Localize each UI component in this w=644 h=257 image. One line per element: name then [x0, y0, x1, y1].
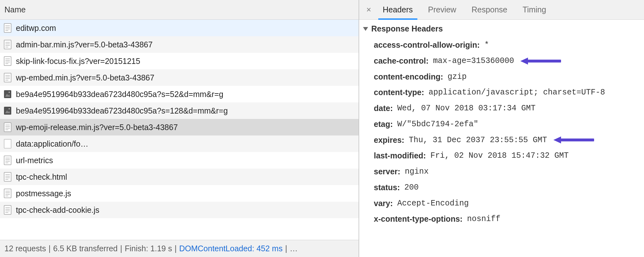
request-name: postmessage.js — [16, 189, 71, 198]
table-row[interactable]: admin-bar.min.js?ver=5.0-beta3-43867 — [0, 36, 359, 53]
blank-file-icon — [4, 139, 11, 149]
header-key: server — [374, 166, 398, 177]
response-header-row: vary:Accept-Encoding — [363, 196, 644, 212]
request-name: wp-embed.min.js?ver=5.0-beta3-43867 — [16, 73, 154, 82]
header-value: Wed, 07 Nov 2018 03:17:34 GMT — [397, 103, 536, 114]
header-value: 200 — [404, 182, 419, 193]
section-response-headers[interactable]: Response Headers — [363, 24, 644, 33]
response-header-row: x-content-type-options:nosniff — [363, 211, 644, 227]
response-header-row: last-modified:Fri, 02 Nov 2018 15:47:32 … — [363, 148, 644, 164]
svg-rect-28 — [4, 123, 11, 132]
status-sep: | — [175, 244, 177, 253]
table-row[interactable]: wp-embed.min.js?ver=5.0-beta3-43867 — [0, 69, 359, 86]
header-colon: : — [441, 72, 443, 82]
status-finish: Finish: 1.19 s — [125, 244, 172, 253]
header-value: application/javascript; charset=UTF-8 — [428, 87, 605, 98]
header-key: vary — [374, 198, 390, 209]
request-name: wp-emoji-release.min.js?ver=5.0-beta3-43… — [16, 123, 178, 132]
image-file-icon — [4, 89, 11, 99]
document-file-icon — [4, 73, 11, 82]
status-more: … — [290, 244, 298, 253]
header-key: etag — [374, 119, 390, 130]
header-value: nginx — [405, 166, 428, 177]
document-file-icon — [4, 205, 11, 215]
response-header-row: cache-control:max-age=315360000 — [363, 53, 644, 69]
table-row[interactable]: postmessage.js — [0, 185, 359, 202]
table-row[interactable]: be9a4e9519964b933dea6723d480c95a?s=52&d=… — [0, 86, 359, 102]
header-colon: : — [423, 150, 426, 161]
annotation-arrow-icon — [520, 57, 561, 66]
status-sep: | — [120, 244, 122, 253]
request-name: skip-link-focus-fix.js?ver=20151215 — [16, 57, 140, 66]
tab-preview[interactable]: Preview — [421, 0, 464, 19]
table-row[interactable]: data:application/fo… — [0, 135, 359, 152]
header-key: cache-control — [374, 56, 426, 66]
table-row[interactable]: wp-emoji-release.min.js?ver=5.0-beta3-43… — [0, 119, 359, 135]
table-row[interactable]: skip-link-focus-fix.js?ver=20151215 — [0, 53, 359, 69]
request-name: admin-bar.min.js?ver=5.0-beta3-43867 — [16, 40, 153, 49]
status-domcontentloaded: DOMContentLoaded: 452 ms — [179, 244, 283, 253]
details-body: Response Headers access-control-allow-or… — [359, 20, 644, 257]
table-row[interactable]: tpc-check-add-cookie.js — [0, 202, 359, 218]
annotation-arrow-icon — [553, 135, 594, 144]
request-name: url-metrics — [16, 156, 53, 165]
header-colon: : — [426, 56, 428, 66]
request-name: tpc-check-add-cookie.js — [16, 205, 99, 215]
svg-rect-39 — [4, 172, 11, 181]
response-header-row: server:nginx — [363, 164, 644, 180]
status-transferred: 6.5 KB transferred — [53, 244, 118, 253]
tab-timing[interactable]: Timing — [515, 0, 554, 19]
section-title-label: Response Headers — [371, 24, 443, 33]
image-file-icon — [4, 106, 11, 115]
svg-rect-49 — [4, 205, 11, 214]
request-name: be9a4e9519964b933dea6723d480c95a?s=128&d… — [16, 106, 228, 115]
svg-marker-55 — [520, 58, 528, 65]
document-file-icon — [4, 189, 11, 198]
tab-response[interactable]: Response — [464, 0, 515, 19]
header-colon: : — [390, 103, 393, 114]
svg-rect-10 — [4, 57, 11, 66]
header-colon: : — [421, 87, 424, 98]
header-key: date — [374, 103, 390, 114]
header-colon: : — [398, 166, 400, 177]
response-header-row: date:Wed, 07 Nov 2018 03:17:34 GMT — [363, 101, 644, 116]
svg-rect-0 — [4, 24, 11, 32]
header-colon: : — [460, 214, 462, 225]
header-key: access-control-allow-origin — [374, 40, 477, 51]
svg-point-27 — [9, 108, 10, 109]
table-row[interactable]: url-metrics — [0, 152, 359, 169]
header-colon: : — [477, 40, 480, 51]
table-row[interactable]: be9a4e9519964b933dea6723d480c95a?s=128&d… — [0, 102, 359, 119]
document-file-icon — [4, 23, 11, 33]
response-header-row: etag:W/"5bdc7194-2efa" — [363, 116, 644, 132]
request-name: data:application/fo… — [16, 139, 88, 149]
table-row[interactable]: tpc-check.html — [0, 169, 359, 185]
response-header-row: content-type:application/javascript; cha… — [363, 85, 644, 101]
status-sep: | — [285, 244, 287, 253]
tab-headers[interactable]: Headers — [375, 0, 421, 19]
header-value: W/"5bdc7194-2efa" — [397, 119, 478, 130]
svg-rect-5 — [4, 40, 11, 49]
details-tabs: × HeadersPreviewResponseTiming — [359, 0, 644, 20]
svg-marker-57 — [553, 136, 561, 143]
svg-rect-33 — [4, 139, 11, 148]
network-requests-panel: Name editwp.com admin-bar.min.js?ver=5.0… — [0, 0, 359, 257]
table-row[interactable]: editwp.com — [0, 20, 359, 36]
request-name: tpc-check.html — [16, 172, 67, 182]
header-key: x-content-type-options — [374, 214, 460, 225]
close-icon[interactable]: × — [362, 0, 375, 19]
header-key: content-encoding — [374, 72, 441, 82]
document-file-icon — [4, 172, 11, 182]
header-value: Accept-Encoding — [397, 198, 469, 209]
response-header-row: status:200 — [363, 180, 644, 196]
header-value: nosniff — [467, 214, 500, 225]
status-sep: | — [49, 244, 51, 253]
svg-point-23 — [9, 92, 10, 93]
svg-rect-34 — [4, 156, 11, 165]
column-header-name[interactable]: Name — [0, 0, 359, 20]
document-file-icon — [4, 156, 11, 165]
request-name: editwp.com — [16, 24, 56, 33]
header-colon: : — [390, 119, 393, 130]
document-file-icon — [4, 56, 11, 66]
document-file-icon — [4, 122, 11, 132]
